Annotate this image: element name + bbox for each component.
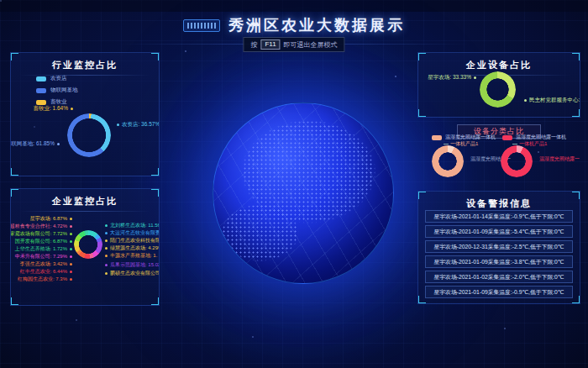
enterprise-donut-chart[interactable] <box>74 230 102 259</box>
legend-swatch <box>36 100 46 105</box>
category-donut-left[interactable] <box>432 145 464 177</box>
slice-label: 农资店: 36.57% <box>117 121 160 129</box>
alarm-row: 星宇农场-2021-01-09采集温度:-5.4℃,低于下限:0℃ <box>425 225 573 238</box>
panel-device-category: 设备分类占比 温湿度光照结露一体机 一体机产品1 温湿度光照结露一 温湿度光照结… <box>417 119 580 190</box>
slice-label: 鹏硕生态农业有限公司: 6.87% <box>105 270 160 277</box>
legend-swatch <box>36 76 46 81</box>
slice-label: 丰源水产养殖基地: 1. <box>105 252 157 260</box>
f11-key-badge: F11 <box>260 39 280 50</box>
panel-device-alarms: 设备警报信息 星宇农场-2021-01-14采集温度:-0.9℃,低于下限:0℃… <box>417 191 580 304</box>
category-donut-right[interactable] <box>501 145 533 177</box>
brand-logo <box>183 19 220 32</box>
slice-label: 中禾升有限公司: 7.29% <box>15 253 72 260</box>
slice-label: 红梅园生态农业: 7.3% <box>18 276 72 283</box>
globe-continent-dots-2 <box>213 103 393 283</box>
hint-suffix: 即可退出全屏模式 <box>284 40 338 50</box>
legend-swatch <box>432 135 442 140</box>
legend-swatch <box>36 88 46 93</box>
legend-item[interactable]: 物联网基地 <box>36 87 78 94</box>
slice-label: 绿慧源生态农场: 4.29% <box>105 244 160 252</box>
slice-label: 大运河生态牧业有限责任公 <box>105 229 160 237</box>
slice-label: 红超粮食专业合作社: 4.72% <box>10 223 72 230</box>
top-band <box>0 0 588 12</box>
world-globe <box>213 103 394 284</box>
slice-label: 瓜果示范园基地: 15.02% <box>105 261 160 269</box>
panel-title: 企业设备占比 <box>418 53 580 71</box>
alarm-row: 星宇农场-2021-01-09采集温度:-3.8℃,低于下限:0℃ <box>425 255 573 268</box>
page-title: 秀洲区农业大数据展示 <box>228 15 405 35</box>
slice-label: 上华生态养殖场: 1.72% <box>15 245 72 253</box>
slice-label: 畜牧业: 1.64% <box>33 105 73 113</box>
slice-label: 国开发有限公司: 6.87% <box>15 238 72 245</box>
slice-label: 陆门生态农业科技有限公 <box>105 237 160 244</box>
slice-label: 家庭农场有限公司: 7.72% <box>10 230 72 238</box>
alarm-row: 星宇农场-2021-01-09采集温度:-0.9℃,低于下限:0℃ <box>425 286 573 298</box>
alarm-row: 星宇农场-2020-12-31采集温度:-2.5℃,低于下限:0℃ <box>425 240 573 253</box>
slice-label: 物联网基地: 61.85% <box>10 140 60 148</box>
header: 秀洲区农业大数据展示 <box>0 15 588 35</box>
panel-title: 设备警报信息 <box>418 192 580 210</box>
panel-device-ratio: 企业设备占比 星宇农场: 33.33% 民主村党群服务中心: <box>417 52 580 118</box>
legend-swatch <box>502 135 512 140</box>
panel-title: 行业监控占比 <box>11 53 159 71</box>
legend-item[interactable]: 农资店 <box>36 75 78 82</box>
legend-label: 物联网基地 <box>50 87 78 94</box>
legend-label: 农资店 <box>50 75 67 82</box>
slice-label: 红丰生态农业: 6.44% <box>20 268 72 276</box>
device-ratio-donut-chart[interactable] <box>480 71 516 108</box>
alarm-row: 星宇农场-2021-01-14采集温度:-0.9℃,低于下限:0℃ <box>425 210 573 223</box>
alarm-row: 星宇农场-2021-01-02采集温度:-2.0℃,低于下限:0℃ <box>425 271 573 283</box>
panel-industry-monitor: 行业监控占比 农资店 物联网基地 畜牧业 畜牧业: 1.64% 农资店: 36.… <box>10 52 160 176</box>
industry-donut-chart[interactable] <box>67 113 111 157</box>
panel-title: 企业监控占比 <box>11 189 159 208</box>
slice-label: 星宇农场: 33.33% <box>428 74 476 81</box>
panel-enterprise-monitor: 企业监控占比 星宇农场: 6.87% 红超粮食专业合作社: 4.72% 家庭农场… <box>10 188 160 306</box>
slice-label: 星宇农场: 6.87% <box>30 215 72 223</box>
dashboard: 秀洲区农业大数据展示 按 F11 即可退出全屏模式 行业监控占比 农资店 物联网… <box>0 0 588 368</box>
fullscreen-hint: 按 F11 即可退出全屏模式 <box>243 37 344 52</box>
category-side-label-right: 温湿度光照结露一 <box>539 155 580 163</box>
slice-label: 民主村党群服务中心: <box>524 97 580 104</box>
hint-prefix: 按 <box>250 40 257 50</box>
slice-label: 李强生态农场: 3.42% <box>20 260 72 268</box>
slice-label: 北刘桥生态农场: 11.56% <box>105 222 160 229</box>
